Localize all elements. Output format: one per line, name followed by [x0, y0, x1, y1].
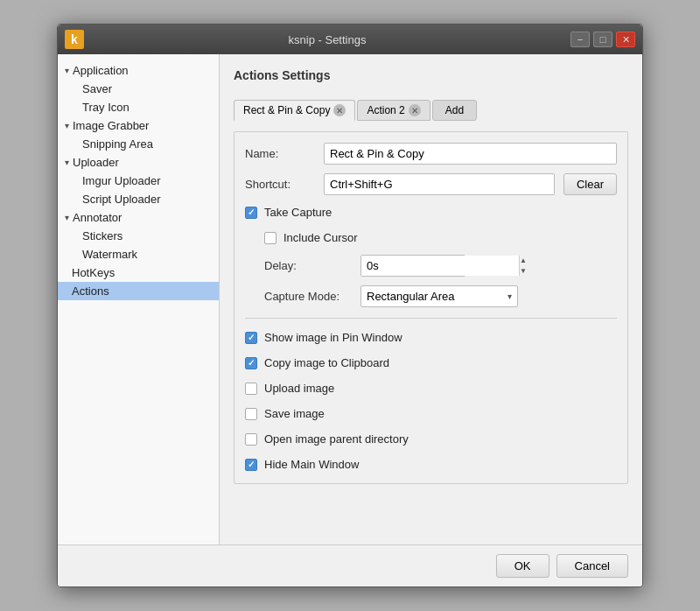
delay-spinbox: ▲ ▼: [360, 255, 466, 277]
capture-mode-label: Capture Mode:: [264, 290, 352, 303]
main-panel: Actions Settings Rect & Pin & Copy ✕ Act…: [220, 54, 642, 544]
sidebar-item-annotator[interactable]: ▾ Annotator: [58, 208, 219, 227]
include-cursor-label: Include Cursor: [284, 231, 358, 244]
sidebar-item-script-uploader[interactable]: Script Uploader: [58, 190, 219, 208]
settings-window: k ksnip - Settings − □ ✕ ▾ Application S…: [57, 24, 643, 587]
spin-down-button[interactable]: ▼: [520, 266, 527, 277]
spin-up-button[interactable]: ▲: [520, 256, 527, 266]
clear-button[interactable]: Clear: [564, 173, 617, 195]
chevron-down-icon: ▾: [65, 121, 69, 130]
tabs-bar: Rect & Pin & Copy ✕ Action 2 ✕ Add: [234, 100, 628, 121]
titlebar: k ksnip - Settings − □ ✕: [58, 25, 642, 54]
capture-mode-row: Capture Mode: Rectangular Area ▾: [245, 285, 617, 307]
save-image-label: Save image: [264, 407, 325, 420]
shortcut-label: Shortcut:: [245, 178, 315, 191]
sidebar-item-saver[interactable]: Saver: [58, 80, 219, 98]
open-parent-dir-checkbox[interactable]: [245, 433, 257, 446]
chevron-down-icon: ▾: [65, 158, 69, 167]
sidebar-item-actions[interactable]: Actions: [58, 282, 219, 300]
hide-main-window-row: Hide Main Window: [245, 456, 617, 473]
show-pin-window-label: Show image in Pin Window: [264, 331, 402, 344]
tab-close-action2[interactable]: ✕: [409, 104, 421, 116]
open-parent-dir-label: Open image parent directory: [264, 432, 409, 446]
app-logo: k: [65, 30, 84, 49]
name-label: Name:: [245, 147, 315, 160]
delay-input[interactable]: [361, 256, 519, 276]
save-image-checkbox[interactable]: [245, 408, 257, 420]
cancel-button[interactable]: Cancel: [556, 554, 628, 578]
sidebar-item-imgur-uploader[interactable]: Imgur Uploader: [58, 172, 219, 190]
take-capture-checkbox[interactable]: [245, 207, 257, 219]
name-input[interactable]: [324, 143, 617, 165]
take-capture-row: Take Capture: [245, 204, 617, 221]
maximize-button[interactable]: □: [593, 32, 612, 47]
show-pin-window-row: Show image in Pin Window: [245, 329, 617, 346]
window-controls: − □ ✕: [570, 32, 635, 47]
section-title: Actions Settings: [234, 68, 628, 82]
tab-rect-pin-copy[interactable]: Rect & Pin & Copy ✕: [234, 100, 355, 121]
shortcut-input[interactable]: [324, 173, 555, 195]
upload-image-row: Upload image: [245, 380, 617, 397]
spin-buttons: ▲ ▼: [519, 256, 527, 276]
delay-label: Delay:: [264, 259, 352, 272]
window-title: ksnip - Settings: [84, 33, 570, 46]
tab-action2[interactable]: Action 2 ✕: [357, 100, 430, 121]
divider: [245, 318, 617, 319]
chevron-down-icon: ▾: [508, 291, 512, 301]
upload-image-checkbox[interactable]: [245, 383, 257, 395]
hide-main-window-label: Hide Main Window: [264, 458, 359, 471]
tab-close-rect-pin-copy[interactable]: ✕: [333, 104, 346, 116]
content-area: ▾ Application Saver Tray Icon ▾ Image Gr…: [58, 54, 642, 544]
sidebar-item-tray-icon[interactable]: Tray Icon: [58, 98, 219, 116]
include-cursor-row: Include Cursor: [245, 229, 617, 246]
sidebar-item-stickers[interactable]: Stickers: [58, 227, 219, 245]
chevron-down-icon: ▾: [65, 66, 69, 75]
sidebar-item-hotkeys[interactable]: HotKeys: [58, 263, 219, 282]
sidebar-item-image-grabber[interactable]: ▾ Image Grabber: [58, 116, 219, 135]
sidebar-item-watermark[interactable]: Watermark: [58, 245, 219, 263]
show-pin-window-checkbox[interactable]: [245, 332, 257, 344]
add-tab-button[interactable]: Add: [432, 100, 477, 121]
copy-clipboard-checkbox[interactable]: [245, 357, 257, 369]
minimize-button[interactable]: −: [570, 32, 590, 47]
chevron-down-icon: ▾: [65, 213, 69, 222]
sidebar: ▾ Application Saver Tray Icon ▾ Image Gr…: [58, 54, 220, 544]
sidebar-item-application[interactable]: ▾ Application: [58, 61, 219, 80]
sidebar-item-snipping-area[interactable]: Snipping Area: [58, 135, 219, 153]
ok-button[interactable]: OK: [496, 554, 550, 578]
name-row: Name:: [245, 143, 617, 165]
open-parent-dir-row: Open image parent directory: [245, 431, 617, 447]
sidebar-item-uploader[interactable]: ▾ Uploader: [58, 153, 219, 172]
capture-mode-select[interactable]: Rectangular Area ▾: [360, 285, 518, 307]
close-button[interactable]: ✕: [616, 32, 635, 47]
actions-form: Name: Shortcut: Clear Take Capture: [234, 131, 628, 484]
footer: OK Cancel: [58, 544, 642, 586]
copy-clipboard-row: Copy image to Clipboard: [245, 355, 617, 371]
delay-row: Delay: ▲ ▼: [245, 255, 617, 277]
save-image-row: Save image: [245, 405, 617, 422]
take-capture-label: Take Capture: [264, 206, 332, 219]
upload-image-label: Upload image: [264, 382, 334, 395]
shortcut-row: Shortcut: Clear: [245, 173, 617, 195]
include-cursor-checkbox[interactable]: [264, 232, 276, 244]
hide-main-window-checkbox[interactable]: [245, 459, 257, 471]
copy-clipboard-label: Copy image to Clipboard: [264, 356, 389, 369]
